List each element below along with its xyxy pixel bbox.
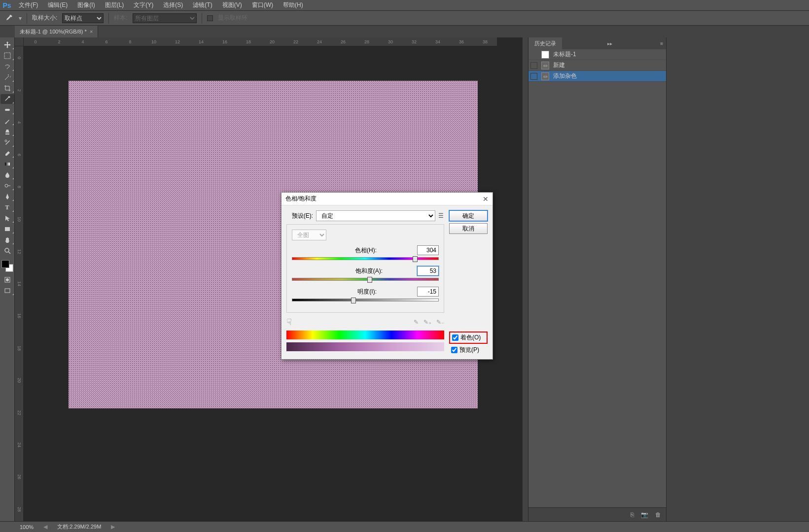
hand-tool[interactable] <box>0 235 14 245</box>
pen-tool[interactable] <box>0 192 14 201</box>
eyedropper-icon <box>4 13 14 23</box>
brush-tool[interactable] <box>0 116 14 126</box>
document-tab[interactable]: 未标题-1 @ 100%(RGB/8) * × <box>15 26 98 37</box>
tool-preset-chevron-icon[interactable]: ▾ <box>19 15 22 22</box>
sample-select[interactable]: 所有图层 <box>133 13 197 23</box>
ruler-vertical[interactable]: 0246810121416182022242628 <box>15 46 24 521</box>
eraser-tool[interactable] <box>0 148 14 158</box>
menu-image[interactable]: 图像(I) <box>72 0 100 10</box>
healing-brush-tool[interactable] <box>0 105 14 115</box>
history-panel-tab[interactable]: 历史记录 <box>528 37 562 49</box>
marquee-tool[interactable] <box>0 51 14 61</box>
dodge-tool[interactable] <box>0 181 14 191</box>
svg-rect-5 <box>5 227 10 231</box>
clone-stamp-tool[interactable] <box>0 127 14 136</box>
show-ring-label: 显示取样环 <box>218 14 247 22</box>
close-icon[interactable]: ✕ <box>483 195 489 203</box>
menu-layer[interactable]: 图层(L) <box>100 0 129 10</box>
arrow-left-icon[interactable]: ◀ <box>43 524 47 530</box>
history-item[interactable]: ▭ 新建 <box>528 60 666 71</box>
hue-label: 色相(H): <box>355 246 377 255</box>
svg-point-2 <box>5 140 7 142</box>
panel-collapse-handle[interactable] <box>522 37 528 521</box>
eyedropper-subtract-icon[interactable]: ✎₋ <box>436 319 444 326</box>
preset-label: 预设(E): <box>286 212 313 220</box>
doc-info[interactable]: 文档:2.29M/2.29M <box>57 523 101 531</box>
history-item[interactable]: ▭ 添加杂色 <box>528 71 666 82</box>
app-logo: Ps <box>0 0 14 11</box>
adjustment-fieldset: 全图 色相(H): 304 饱和度(A) <box>286 224 444 313</box>
hue-slider[interactable] <box>292 257 439 261</box>
lasso-tool[interactable] <box>0 62 14 71</box>
gradient-tool[interactable] <box>0 159 14 169</box>
zoom-tool[interactable] <box>0 246 14 256</box>
ruler-horizontal[interactable]: 02468101214161820222426283032343638 <box>24 37 497 46</box>
colorize-checkbox[interactable] <box>452 334 458 341</box>
path-selection-tool[interactable] <box>0 213 14 223</box>
preview-checkbox[interactable] <box>451 347 457 353</box>
color-swatches[interactable] <box>1 260 13 272</box>
history-snapshot[interactable]: 未标题-1 <box>528 49 666 60</box>
lightness-slider[interactable] <box>292 299 439 302</box>
preset-menu-icon[interactable]: ☰ <box>438 212 444 219</box>
history-brush-tool[interactable] <box>0 137 14 147</box>
menu-window[interactable]: 窗口(W) <box>247 0 278 10</box>
channel-select[interactable]: 全图 <box>292 230 326 240</box>
trash-icon[interactable]: 🗑 <box>655 511 661 518</box>
magic-wand-tool[interactable] <box>0 72 14 82</box>
panel-expand-icon[interactable]: ▸▸ <box>607 41 612 46</box>
ok-button[interactable]: 确定 <box>449 210 488 221</box>
eyedropper-icon[interactable]: ✎ <box>414 319 419 326</box>
ruler-corner <box>15 37 24 46</box>
right-gutter <box>666 37 809 521</box>
lightness-input[interactable]: -15 <box>417 287 439 297</box>
cancel-button[interactable]: 取消 <box>449 223 488 234</box>
sample-size-select[interactable]: 取样点 <box>62 13 104 23</box>
dialog-title-text: 色相/饱和度 <box>285 195 317 203</box>
menu-view[interactable]: 视图(V) <box>217 0 247 10</box>
menu-filter[interactable]: 滤镜(T) <box>188 0 217 10</box>
panels-right: 历史记录 ▸▸ ≡ 未标题-1 ▭ 新建 ▭ 添加杂色 ⎘ 📷 <box>528 37 666 521</box>
svg-rect-1 <box>5 109 10 111</box>
quick-mask-toggle[interactable] <box>0 275 14 285</box>
svg-point-8 <box>6 278 9 281</box>
hue-input[interactable]: 304 <box>417 245 439 255</box>
saturation-slider[interactable] <box>292 278 439 282</box>
blur-tool[interactable] <box>0 170 14 180</box>
rectangle-tool[interactable] <box>0 224 14 234</box>
history-visibility-toggle[interactable] <box>530 73 537 80</box>
type-tool[interactable]: T <box>0 202 14 212</box>
history-visibility-toggle[interactable] <box>530 62 537 69</box>
screen-mode-toggle[interactable] <box>0 286 14 296</box>
show-ring-checkbox[interactable] <box>207 15 213 21</box>
svg-rect-9 <box>5 289 10 293</box>
menu-help[interactable]: 帮助(H) <box>278 0 308 10</box>
menu-file[interactable]: 文件(F) <box>14 0 43 10</box>
svg-rect-3 <box>5 163 10 166</box>
snapshot-icon[interactable]: 📷 <box>641 511 648 518</box>
document-tab-title: 未标题-1 @ 100%(RGB/8) * <box>20 28 87 35</box>
preset-select[interactable]: 自定 <box>316 210 435 221</box>
panel-menu-icon[interactable]: ≡ <box>660 41 663 46</box>
document-icon <box>541 51 549 59</box>
create-document-icon[interactable]: ⎘ <box>631 511 634 518</box>
crop-tool[interactable] <box>0 83 14 93</box>
svg-rect-0 <box>4 53 10 59</box>
menu-edit[interactable]: 编辑(E) <box>43 0 72 10</box>
close-icon[interactable]: × <box>90 29 93 34</box>
menu-select[interactable]: 选择(S) <box>158 0 188 10</box>
saturation-input[interactable]: 53 <box>417 266 439 276</box>
scrubby-icon[interactable]: ☟ <box>286 317 292 328</box>
zoom-level[interactable]: 100% <box>20 524 34 530</box>
foreground-color-swatch[interactable] <box>1 260 9 268</box>
saturation-label: 饱和度(A): <box>355 267 383 275</box>
history-panel-footer: ⎘ 📷 🗑 <box>528 507 666 521</box>
move-tool[interactable] <box>0 40 14 50</box>
eyedropper-tool[interactable] <box>0 94 14 104</box>
panel-tabs: 历史记录 ▸▸ ≡ <box>528 37 666 49</box>
history-panel: 未标题-1 ▭ 新建 ▭ 添加杂色 <box>528 49 666 82</box>
eyedropper-add-icon[interactable]: ✎₊ <box>423 319 431 326</box>
dialog-titlebar[interactable]: 色相/饱和度 ✕ <box>281 193 492 205</box>
menu-type[interactable]: 文字(Y) <box>129 0 158 10</box>
arrow-right-icon[interactable]: ▶ <box>111 524 115 530</box>
